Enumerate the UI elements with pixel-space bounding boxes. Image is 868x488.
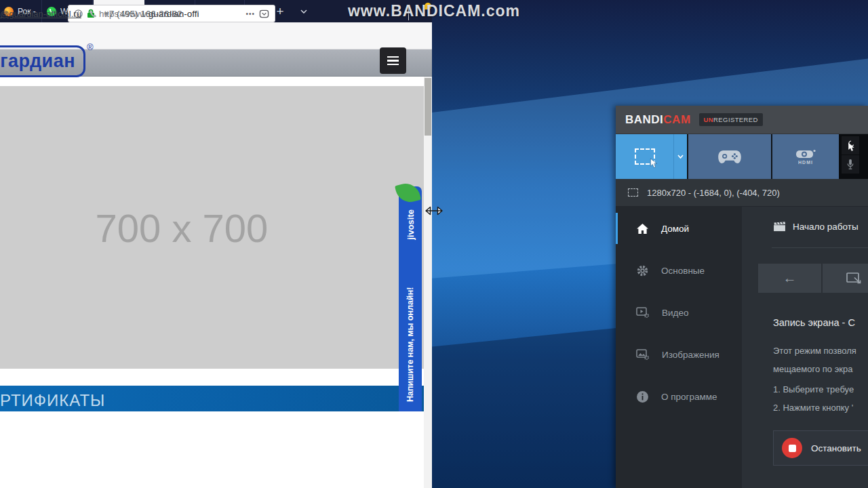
hdmi-label: HDMI: [798, 160, 813, 165]
description-line: Этот режим позволя: [773, 342, 856, 360]
microphone-icon: [846, 159, 854, 170]
toolbar-right-panel: [839, 134, 868, 179]
sidebar-item-home[interactable]: Домой: [616, 213, 742, 244]
sidebar-item-images[interactable]: Изображения: [616, 339, 742, 370]
active-accent: [616, 213, 618, 244]
description-line: мещаемого по экра: [773, 360, 856, 378]
guardian-page: @guardian-official.ru +7 (495) 166-26-82…: [0, 77, 432, 488]
scrollbar-thumb[interactable]: [425, 78, 431, 136]
region-select-icon: [846, 272, 863, 284]
sidebar-label: Изображения: [662, 350, 719, 360]
guardian-logo[interactable]: гардиан: [0, 77, 85, 77]
stop-icon: [782, 438, 802, 458]
header-label: Начало работы: [793, 222, 859, 232]
bandicam-sidebar: Домой Основные Видео Из: [616, 207, 742, 488]
chat-invite-text: Напишите нам, мы онлайн!: [406, 287, 415, 402]
mouse-effect-button[interactable]: [842, 136, 859, 155]
wizard-buttons: ←: [758, 264, 868, 293]
game-recording-mode-button[interactable]: [688, 134, 771, 179]
video-settings-icon: [636, 306, 650, 319]
mode-steps: 1. Выберите требуе 2. Нажмите кнопку ': [773, 380, 854, 417]
sidebar-item-general[interactable]: Основные: [616, 255, 742, 286]
resize-cursor-icon: [425, 205, 443, 220]
divider: [772, 247, 868, 248]
certificates-heading: РТИФИКАТЫ: [0, 391, 105, 410]
step-line: 2. Нажмите кнопку ': [773, 399, 854, 417]
capture-region-text: 868x488 - (-1684, 0), (-404, 720): [647, 188, 780, 198]
image-settings-icon: [636, 348, 650, 361]
mode-description: Этот режим позволя мещаемого по экра: [773, 342, 856, 378]
bandicam-watermark: www.BANDICAM.com: [0, 2, 868, 20]
screen-recording-mode-button[interactable]: [616, 134, 673, 179]
sidebar-item-video[interactable]: Видео: [616, 297, 742, 328]
mode-title: Запись экрана - С: [773, 317, 855, 328]
firefox-window: Рок - Whats Оф × Рекла Я онлай > +: [0, 0, 432, 488]
jivosite-chat-widget[interactable]: Напишите нам, мы онлайн! jivosite: [399, 186, 422, 411]
select-region-button[interactable]: [823, 264, 868, 293]
clapperboard-icon: [773, 222, 786, 232]
bandicam-window: BANDICAM UNREGISTERED HDMI: [616, 106, 868, 488]
cursor-icon: [846, 140, 855, 151]
bandicam-logo: BANDICAM: [625, 113, 691, 127]
jivosite-brand: jivosite: [406, 209, 416, 240]
back-button[interactable]: ←: [758, 264, 821, 293]
product-image-placeholder: 700 x 700: [0, 86, 432, 369]
screen-region-icon: [635, 148, 655, 165]
home-icon: [636, 223, 649, 235]
screen-mode-dropdown[interactable]: [673, 134, 687, 179]
sidebar-label: Видео: [662, 308, 688, 318]
sidebar-label: Домой: [661, 224, 689, 234]
capture-status-bar: 868x488 - (-1684, 0), (-404, 720): [616, 179, 868, 207]
info-icon: [636, 390, 649, 403]
microphone-button[interactable]: [842, 155, 859, 174]
gear-icon: [636, 264, 649, 277]
sidebar-label: О программе: [661, 392, 717, 402]
page-scrollbar[interactable]: [424, 77, 432, 488]
certificates-band: РТИФИКАТЫ: [0, 386, 432, 411]
unregistered-badge: UNREGISTERED: [699, 113, 763, 126]
stop-recording-button[interactable]: Остановить: [773, 430, 868, 466]
webcam-icon: [794, 149, 817, 159]
jivosite-rotated-text: Напишите нам, мы онлайн! jivosite: [399, 186, 422, 411]
getting-started-header: Начало работы: [773, 222, 859, 232]
recording-mode-toolbar: HDMI: [616, 134, 868, 179]
chevron-down-icon: [677, 155, 684, 159]
region-icon: [628, 188, 638, 197]
bandicam-main-panel: Начало работы ← Запись экрана - С Этот р…: [742, 207, 868, 488]
gamepad-icon: [717, 150, 742, 164]
device-recording-mode-button[interactable]: HDMI: [772, 134, 839, 179]
placeholder-size-label: 700 x 700: [0, 205, 363, 251]
bandicam-titlebar[interactable]: BANDICAM UNREGISTERED: [616, 106, 868, 134]
stop-label: Остановить: [811, 443, 861, 453]
sidebar-label: Основные: [661, 266, 705, 276]
step-line: 1. Выберите требуе: [773, 380, 854, 399]
sidebar-item-about[interactable]: О программе: [616, 381, 742, 412]
